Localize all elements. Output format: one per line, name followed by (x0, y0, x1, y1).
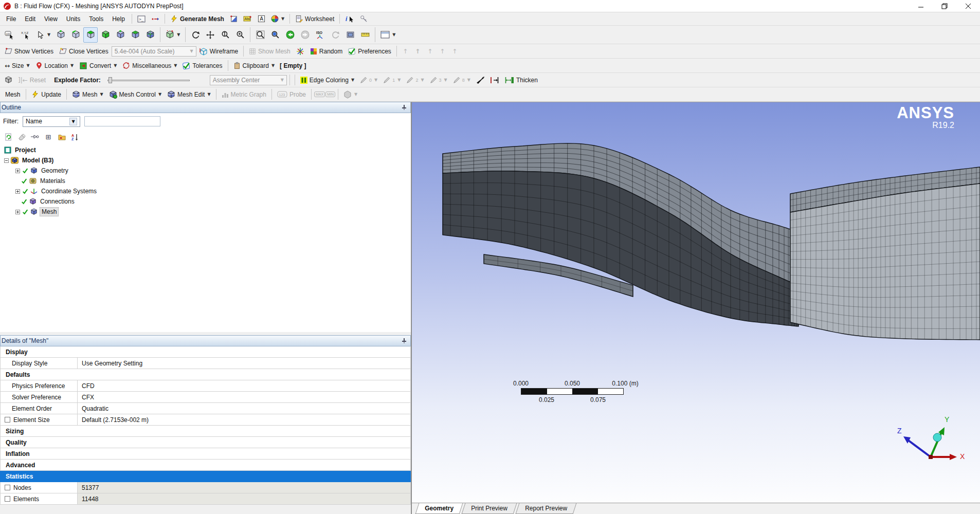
tab-geometry[interactable]: Geometry (415, 503, 463, 514)
annotation-preferences-button[interactable] (294, 45, 307, 57)
menu-edit[interactable]: Edit (21, 14, 40, 24)
new-section-plane-button[interactable] (227, 13, 240, 25)
box-zoom-button[interactable] (253, 27, 267, 43)
menu-view[interactable]: View (40, 14, 62, 24)
checkbox[interactable] (5, 496, 10, 502)
coordinate-pick-button[interactable]: X,Y,Z (18, 27, 33, 43)
select-mesh-face-button[interactable] (128, 27, 142, 43)
extend-selection-button[interactable] (113, 27, 128, 43)
edge-direction-toggle-button[interactable] (487, 74, 502, 86)
thicken-button[interactable]: Thicken (502, 74, 540, 86)
select-mesh-body-button[interactable] (143, 27, 157, 43)
worksheet-button[interactable]: Worksheet (293, 13, 337, 25)
show-vertices-button[interactable]: Show Vertices (2, 45, 56, 57)
edge-pencil-1-button[interactable]: 1▼ (380, 74, 403, 86)
mesh-menu-button[interactable]: Mesh ▼ (69, 88, 106, 100)
expand-toggle[interactable] (15, 189, 20, 194)
select-mode-button[interactable]: ▼ (34, 27, 53, 43)
details-section-advanced[interactable]: Advanced (0, 460, 411, 471)
close-button[interactable] (956, 0, 980, 12)
tree-item-mesh[interactable]: Mesh (0, 207, 411, 217)
edge-joints-button[interactable] (474, 74, 487, 86)
node-filter-button[interactable] (29, 131, 41, 142)
orientation-triad[interactable]: X Y Z (890, 411, 972, 472)
next-view-button[interactable] (298, 27, 312, 43)
expand-all-button[interactable]: ⊞ (43, 131, 54, 142)
graphics-viewport[interactable]: ANSYS R19.2 0.000 0.050 0.100 (m) 0.025 … (411, 102, 980, 514)
max-annotation-button[interactable]: MAX (314, 91, 325, 97)
eraser-button[interactable] (16, 131, 27, 142)
assembly-center-combo[interactable]: Assembly Center ▼ (210, 75, 287, 85)
mesh-control-menu-button[interactable]: Mesh Control ▼ (106, 88, 165, 100)
location-menu-button[interactable]: Location ▼ (33, 60, 77, 71)
tree-item-materials[interactable]: Materials (0, 176, 411, 186)
selection-info-button[interactable]: 100 (2, 27, 17, 43)
pan-button[interactable] (203, 27, 217, 43)
details-section-sizing[interactable]: Sizing (0, 426, 411, 437)
text-label-button[interactable]: A (255, 13, 268, 25)
checkbox[interactable] (5, 417, 10, 423)
measure-button[interactable] (358, 27, 372, 43)
menu-units[interactable]: Units (62, 14, 84, 24)
filter-mode-dropdown[interactable]: Name ▼ (23, 116, 80, 127)
random-colors-button[interactable]: Random (307, 45, 345, 57)
iso-view-button[interactable]: ISO (313, 27, 328, 43)
edge-pencil-2-button[interactable]: 2▼ (404, 74, 426, 86)
details-row-physics-preference[interactable]: Physics Preference CFD (0, 380, 411, 392)
details-row-nodes[interactable]: Nodes 51377 (0, 482, 411, 493)
details-section-statistics[interactable]: Statistics (0, 471, 411, 482)
tree-item-coordinate-systems[interactable]: Coordinate Systems (0, 186, 411, 196)
show-info-button[interactable]: i (342, 13, 357, 25)
details-row-element-size[interactable]: Element Size Default (2.7153e-002 m) (0, 414, 411, 426)
new-annotation-button[interactable]: Abc (241, 13, 255, 25)
edge-direction-button-2[interactable]: ↑ (412, 45, 424, 57)
mesh-edit-menu-button[interactable]: Mesh Edit ▼ (165, 88, 213, 100)
color-legend-button[interactable]: ▼ (268, 13, 287, 25)
edge-pencil-0-button[interactable]: 0▼ (357, 74, 380, 86)
expand-toggle[interactable] (15, 210, 20, 214)
clipboard-menu-button[interactable]: Clipboard ▼ (231, 60, 278, 71)
explode-icon-button[interactable] (2, 74, 15, 86)
select-face-button[interactable] (83, 27, 98, 43)
restore-button[interactable] (933, 0, 956, 12)
details-header[interactable]: Details of "Mesh" (0, 335, 411, 346)
edge-coloring-menu-button[interactable]: Edge Coloring ▼ (298, 74, 357, 86)
pin-icon[interactable] (401, 104, 407, 111)
tolerances-button[interactable]: Tolerances (180, 60, 225, 71)
element-display-button[interactable]: ▼ (341, 88, 360, 100)
details-section-quality[interactable]: Quality (0, 437, 411, 448)
details-row-display-style[interactable]: Display Style Use Geometry Setting (0, 358, 411, 369)
miscellaneous-menu-button[interactable]: Miscellaneous ▼ (120, 60, 179, 71)
tree-item-geometry[interactable]: Geometry (0, 166, 411, 176)
menu-help[interactable]: Help (108, 14, 129, 24)
preferences-button[interactable]: Preferences (346, 45, 394, 57)
details-section-inflation[interactable]: Inflation (0, 448, 411, 460)
sort-az-button[interactable]: AZ (69, 131, 81, 142)
zoom-fit-button[interactable] (268, 27, 282, 43)
edge-direction-button-5[interactable]: ↑ (449, 45, 461, 57)
convert-menu-button[interactable]: Convert ▼ (77, 60, 119, 71)
tree-item-connections[interactable]: Connections (0, 196, 411, 207)
goto-selection-button[interactable] (149, 13, 162, 25)
explode-factor-slider[interactable] (107, 77, 190, 84)
edge-pencil-8-button[interactable]: 8▼ (450, 74, 473, 86)
rotate-disabled-button[interactable] (328, 27, 342, 43)
select-edge-button[interactable] (68, 27, 83, 43)
tag-button[interactable] (357, 13, 370, 25)
tree-item-model[interactable]: Model (B3) (0, 155, 411, 166)
generate-mesh-button[interactable]: Generate Mesh (168, 13, 227, 25)
vertex-scale-combo[interactable]: 5.4e-004 (Auto Scale) ▼ (112, 46, 196, 57)
update-button[interactable]: Update (29, 88, 64, 100)
edge-direction-button-1[interactable]: ↑ (400, 45, 411, 57)
zoom-in-button[interactable] (233, 27, 247, 43)
edge-direction-button-3[interactable]: ↑ (424, 45, 436, 57)
tree-item-project[interactable]: Project (0, 145, 411, 155)
minimize-button[interactable] (909, 0, 933, 12)
wireframe-button[interactable]: Wireframe (197, 45, 241, 57)
command-window-button[interactable]: >_ (135, 13, 148, 25)
menu-file[interactable]: File (2, 14, 20, 24)
details-row-solver-preference[interactable]: Solver Preference CFX (0, 392, 411, 403)
close-vertices-button[interactable]: Close Vertices (57, 45, 111, 57)
previous-view-button[interactable] (283, 27, 297, 43)
tab-print-preview[interactable]: Print Preview (462, 503, 517, 514)
